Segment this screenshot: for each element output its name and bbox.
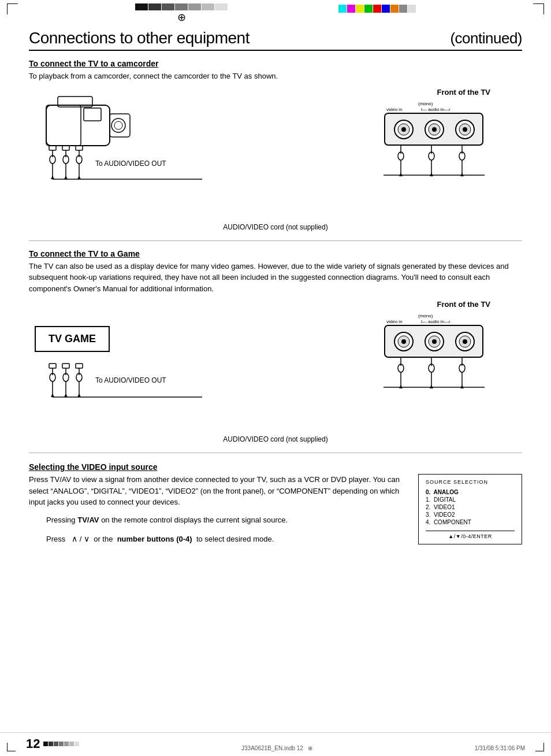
svg-rect-61 [76, 364, 83, 368]
color-bar-blue [382, 5, 390, 13]
svg-point-74 [401, 339, 406, 344]
svg-marker-92 [460, 385, 464, 388]
svg-rect-7 [49, 146, 56, 150]
svg-text:To AUDIO/VIDEO OUT: To AUDIO/VIDEO OUT [95, 376, 166, 384]
color-bar [188, 3, 201, 10]
svg-point-77 [432, 339, 437, 344]
source-selection-box: SOURCE SELECTION 0. ANALOG 1. DIGITAL 2.… [418, 474, 522, 544]
svg-point-30 [401, 127, 406, 132]
svg-point-80 [463, 339, 467, 344]
video-input-content: SOURCE SELECTION 0. ANALOG 1. DIGITAL 2.… [29, 474, 522, 546]
color-bar-orange [390, 5, 399, 13]
svg-point-33 [432, 127, 437, 132]
color-bar-light [408, 5, 416, 13]
svg-point-3 [111, 118, 125, 132]
svg-marker-88 [430, 385, 433, 388]
tv-front-svg-1: (mono) video in l— audio in—r [384, 98, 511, 220]
source-box-footer: ▲/▼/0-4/ENTER [426, 531, 515, 539]
tv-front-svg-2: (mono) video in l— audio in—r [384, 310, 511, 432]
press-label: Press [46, 535, 65, 543]
source-item-2: 2. VIDEO1 [426, 503, 515, 511]
game-section: To connect the TV to a Game The TV can a… [29, 249, 522, 444]
color-bar [162, 3, 174, 10]
svg-point-36 [463, 127, 467, 132]
source-item-1: 1. DIGITAL [426, 496, 515, 503]
footer-left: J33A0621B_EN.indb 12 ⊕ [241, 745, 312, 751]
bottom-bar-5 [64, 742, 69, 746]
crosshair-mark: ⊕ [177, 12, 186, 23]
footer-right: 1/31/08 5:31:06 PM [475, 745, 525, 751]
game-text: The TV can also be used as a display dev… [29, 261, 522, 295]
svg-marker-65 [77, 394, 81, 397]
page-number: 12 [26, 736, 40, 751]
svg-rect-1 [46, 105, 81, 146]
bottom-bar-6 [69, 742, 74, 746]
bottom-left-corner [7, 737, 21, 751]
svg-marker-49 [460, 173, 464, 176]
slash-separator: / [80, 535, 84, 543]
video-input-section: Selecting the VIDEO input source SOURCE … [29, 462, 522, 546]
svg-marker-45 [430, 173, 433, 176]
color-bar-magenta [347, 5, 355, 13]
top-left-corner [7, 3, 24, 21]
svg-rect-51 [49, 364, 56, 368]
source-item-4: 4. COMPONENT [426, 518, 515, 526]
svg-rect-2 [110, 114, 130, 137]
svg-rect-56 [62, 364, 69, 368]
camcorder-cord-label: AUDIO/VIDEO cord (not supplied) [29, 223, 522, 231]
main-content: Connections to other equipment (continue… [0, 23, 551, 557]
svg-rect-0 [46, 105, 110, 146]
bottom-bar: 12 J33A0621B_EN.indb 12 ⊕ 1/31/08 5:31:0… [0, 732, 551, 756]
source-item-0: 0. ANALOG [426, 488, 515, 496]
color-bar-cyan [338, 5, 347, 13]
svg-marker-60 [64, 394, 68, 397]
svg-marker-40 [399, 173, 403, 176]
bottom-bar-3 [54, 742, 58, 746]
svg-point-4 [114, 121, 122, 129]
source-item-3: 3. VIDEO2 [426, 511, 515, 518]
svg-marker-11 [51, 176, 54, 179]
bottom-bar-4 [59, 742, 64, 746]
arrow-down-symbol: ∨ [84, 534, 90, 543]
svg-marker-55 [51, 394, 54, 397]
svg-text:(mono): (mono) [418, 313, 433, 318]
svg-text:l— audio  in—r: l— audio in—r [421, 107, 451, 112]
bottom-right-corner [530, 737, 544, 751]
page-continued: (continued) [450, 29, 522, 47]
svg-text:video  in: video in [386, 107, 403, 112]
camcorder-section: To connect the TV to a camcorder To play… [29, 59, 522, 231]
top-registration-bar: ⊕ [0, 0, 551, 23]
bottom-bar-2 [49, 742, 53, 746]
top-right-corner [527, 3, 544, 21]
camcorder-text: To playback from a camcorder, connect th… [29, 71, 522, 82]
bottom-bar-1 [43, 742, 48, 746]
page-title: Connections to other equipment [29, 29, 250, 47]
video-input-heading: Selecting the VIDEO input source [29, 462, 522, 472]
color-bar [215, 3, 228, 10]
svg-marker-16 [64, 176, 68, 179]
svg-rect-6 [84, 108, 101, 121]
color-bar [135, 3, 148, 10]
game-heading: To connect the TV to a Game [29, 249, 522, 258]
color-bar [175, 3, 188, 10]
color-bar [202, 3, 214, 10]
color-bar-yellow [356, 5, 364, 13]
game-diagram: Front of the TV TV GAME [29, 300, 522, 433]
svg-text:video  in: video in [386, 319, 403, 324]
color-bar-red [373, 5, 381, 13]
camcorder-svg: To AUDIO/VIDEO OUT [29, 94, 202, 215]
press-end2: to select desired mode. [196, 535, 274, 543]
svg-text:(mono): (mono) [418, 101, 433, 106]
front-tv-label-2: Front of the TV [437, 300, 490, 309]
svg-text:To AUDIO/VIDEO OUT: To AUDIO/VIDEO OUT [95, 160, 166, 168]
page-header: Connections to other equipment (continue… [29, 29, 522, 51]
camcorder-diagram: Front of the TV [29, 88, 522, 221]
press-or: or the [94, 535, 113, 543]
game-svg: To AUDIO/VIDEO OUT [29, 306, 202, 427]
game-cord-label: AUDIO/VIDEO cord (not supplied) [29, 435, 522, 443]
divider-2 [29, 453, 522, 453]
arrow-up-symbol: ∧ [72, 534, 77, 543]
number-buttons-label: number buttons (0-4) [117, 535, 192, 543]
color-bar-gray [399, 5, 407, 13]
camcorder-heading: To connect the TV to a camcorder [29, 59, 522, 68]
